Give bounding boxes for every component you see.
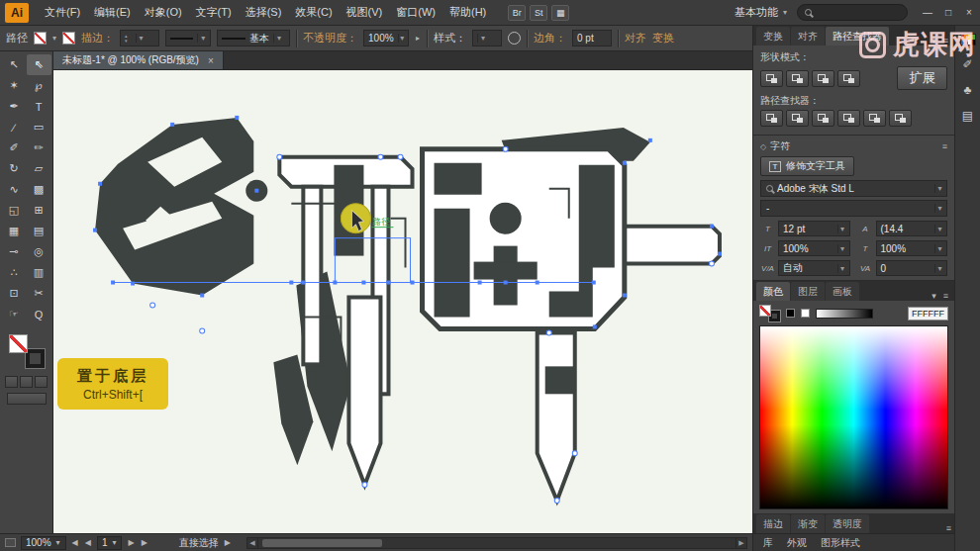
- transform-link[interactable]: 变换: [652, 31, 674, 46]
- align-link[interactable]: 对齐: [625, 31, 646, 46]
- first-artboard-icon[interactable]: ◀: [71, 538, 79, 547]
- scrollbar-thumb[interactable]: [262, 539, 382, 547]
- menu-帮助(H)[interactable]: 帮助(H): [442, 3, 493, 22]
- kerning-input[interactable]: 自动▾: [778, 260, 850, 276]
- chevron-down-icon[interactable]: ▾: [837, 264, 847, 273]
- stepper-icon[interactable]: ▴▾: [125, 34, 128, 44]
- magic-wand-tool[interactable]: ✶: [2, 75, 27, 96]
- canvas[interactable]: 路径 置于底层 Ctrl+Shift+[: [53, 70, 752, 533]
- width-profile-dropdown[interactable]: ▾: [165, 30, 211, 46]
- menu-窗口(W)[interactable]: 窗口(W): [389, 3, 442, 22]
- pen-tool[interactable]: ✒: [2, 96, 27, 117]
- intersect-button[interactable]: [812, 70, 834, 87]
- chevron-down-icon[interactable]: ▾: [136, 34, 147, 43]
- draw-behind-button[interactable]: [20, 376, 33, 388]
- draw-inside-button[interactable]: [35, 376, 48, 388]
- close-icon[interactable]: ×: [208, 55, 214, 66]
- vertical-scale-input[interactable]: 100%▾: [778, 240, 850, 256]
- app-logo[interactable]: Ai: [5, 3, 29, 23]
- slice-tool[interactable]: ✂: [27, 283, 51, 304]
- eyedropper-tool[interactable]: ⊸: [2, 241, 27, 262]
- scroll-right-icon[interactable]: ▶: [735, 538, 746, 548]
- chevron-down-icon[interactable]: ▾: [837, 225, 847, 233]
- unite-button[interactable]: [760, 70, 783, 87]
- selection-tool[interactable]: ↖: [2, 54, 27, 75]
- search-input[interactable]: [797, 4, 908, 21]
- leading-input[interactable]: (14.4▾: [876, 221, 948, 236]
- panel-menu-icon[interactable]: ≡: [942, 141, 947, 151]
- lasso-tool[interactable]: ℘: [27, 75, 51, 96]
- stroke-weight-input[interactable]: ▴▾ ▾: [120, 30, 159, 46]
- chevron-down-icon[interactable]: ▾: [929, 36, 939, 46]
- symbols-icon[interactable]: ♣: [964, 83, 972, 97]
- stroke-color-swatch[interactable]: [26, 349, 45, 368]
- document-tab[interactable]: 未标题-1* @ 100% (RGB/预览) ×: [53, 51, 224, 69]
- menu-编辑(E)[interactable]: 编辑(E): [87, 3, 138, 22]
- free-transform-tool[interactable]: ▩: [27, 179, 51, 200]
- mini-fill-stroke[interactable]: [759, 305, 780, 321]
- expand-button[interactable]: 扩展: [897, 66, 947, 90]
- divide-button[interactable]: [760, 110, 783, 127]
- perspective-grid-tool[interactable]: ⊞: [27, 200, 51, 221]
- minus-front-button[interactable]: [786, 70, 809, 87]
- workspace-switcher[interactable]: 基本功能 ▾: [735, 5, 787, 20]
- brushes-icon[interactable]: ✐: [962, 57, 972, 71]
- corner-input[interactable]: 0 pt: [572, 30, 612, 46]
- opacity-input[interactable]: 100% ▾: [363, 30, 409, 46]
- artboard-tool[interactable]: ⊡: [2, 283, 27, 304]
- black-chip[interactable]: [786, 309, 795, 318]
- scroll-left-icon[interactable]: ◀: [247, 538, 258, 548]
- tab-渐变[interactable]: 渐变: [791, 514, 825, 533]
- chevron-down-icon[interactable]: ▾: [934, 264, 944, 273]
- status-mini-icon[interactable]: [5, 538, 16, 547]
- chevron-down-icon[interactable]: ▾: [197, 34, 208, 43]
- restore-button[interactable]: □: [942, 7, 954, 18]
- tab-描边[interactable]: 描边: [756, 514, 790, 533]
- brush-definition-dropdown[interactable]: 基本 ▾: [217, 30, 290, 46]
- fill-dropdown-icon[interactable]: ▾: [52, 34, 56, 43]
- paintbrush-tool[interactable]: ✐: [2, 138, 27, 158]
- chevron-down-icon[interactable]: ▾: [398, 34, 406, 43]
- tab-对齐[interactable]: 对齐: [791, 27, 825, 46]
- bridge-button[interactable]: Br: [508, 5, 526, 21]
- chevron-down-icon[interactable]: ▾: [837, 244, 847, 253]
- gradient-tool[interactable]: ▤: [27, 221, 51, 241]
- font-size-input[interactable]: 12 pt▾: [778, 221, 850, 236]
- pencil-tool[interactable]: ✏: [27, 138, 51, 158]
- tab-颜色[interactable]: 颜色: [756, 282, 790, 301]
- direct-selection-tool[interactable]: ⇖: [27, 54, 51, 75]
- scale-tool[interactable]: ▱: [27, 158, 51, 179]
- white-chip[interactable]: [801, 309, 810, 318]
- mesh-tool[interactable]: ▦: [2, 221, 27, 241]
- last-artboard-icon[interactable]: ▶: [141, 538, 148, 547]
- prev-artboard-icon[interactable]: ◀: [84, 538, 92, 547]
- horizontal-scrollbar[interactable]: ◀ ▶: [246, 537, 747, 549]
- font-style-select[interactable]: - ▾: [760, 200, 947, 217]
- tab-路径查找器[interactable]: 路径查找器: [826, 27, 889, 46]
- swatches-icon[interactable]: [960, 34, 976, 46]
- style-dropdown[interactable]: ▾: [472, 30, 502, 46]
- width-tool[interactable]: ∿: [2, 179, 27, 200]
- hand-tool[interactable]: ☞: [2, 304, 27, 324]
- tracking-input[interactable]: 0▾: [876, 260, 948, 276]
- chevron-down-icon[interactable]: ▾: [273, 34, 284, 43]
- fill-stroke-indicator[interactable]: [9, 334, 45, 368]
- tab-库[interactable]: 库: [763, 536, 773, 550]
- color-spectrum[interactable]: [759, 325, 948, 509]
- panel-menu-icon[interactable]: ≡: [940, 36, 951, 46]
- fill-swatch[interactable]: [34, 32, 47, 45]
- tab-图形样式[interactable]: 图形样式: [821, 536, 860, 550]
- menu-视图(V)[interactable]: 视图(V): [340, 3, 390, 22]
- merge-button[interactable]: [812, 110, 834, 127]
- chevron-down-icon[interactable]: ▾: [934, 244, 944, 253]
- grayscale-ramp[interactable]: [816, 309, 873, 319]
- column-graph-tool[interactable]: ▥: [27, 262, 51, 283]
- panel-menu-icon[interactable]: ≡: [946, 523, 951, 533]
- blend-tool[interactable]: ◎: [27, 241, 51, 262]
- graphic-styles-icon[interactable]: ▤: [962, 109, 973, 123]
- zoom-select[interactable]: 100% ▾: [21, 536, 66, 550]
- touch-type-tool-button[interactable]: T 修饰文字工具: [760, 156, 854, 176]
- draw-normal-button[interactable]: [5, 376, 18, 388]
- chevron-down-icon[interactable]: ▾: [929, 291, 939, 301]
- chevron-down-icon[interactable]: ▾: [477, 34, 488, 43]
